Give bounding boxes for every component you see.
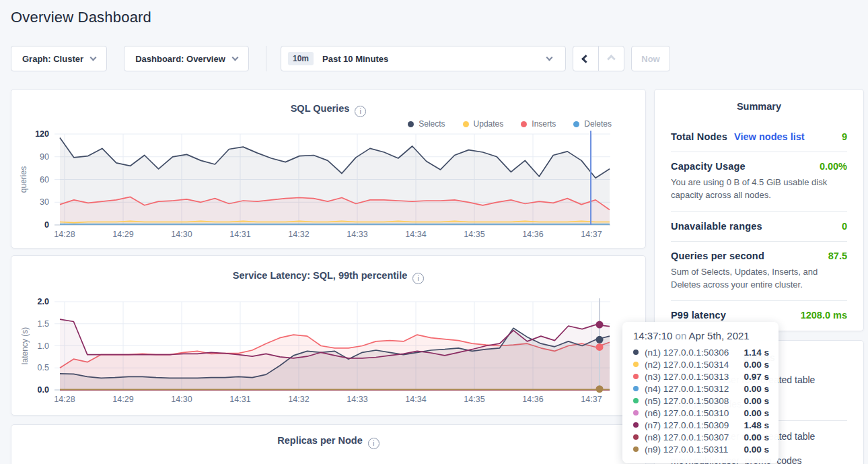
- svg-text:queries: queries: [19, 166, 28, 193]
- summary-row-value: 87.5: [828, 251, 847, 261]
- summary-panel: Summary Total NodesView nodes list9Capac…: [654, 89, 864, 331]
- summary-row-value: 9: [842, 131, 847, 142]
- svg-text:14:36: 14:36: [522, 395, 543, 404]
- summary-row-subtext: Sum of Selects, Updates, Inserts, and De…: [671, 266, 847, 292]
- svg-text:14:31: 14:31: [229, 230, 250, 239]
- now-button-label: Now: [641, 54, 659, 64]
- graph-selector-dropdown[interactable]: Graph: Cluster: [11, 46, 107, 71]
- tooltip-timestamp: 14:37:10 on Apr 5th, 2021: [633, 330, 769, 341]
- summary-row: Queries per second87.5Sum of Selects, Up…: [671, 242, 847, 302]
- dashboard-selector-dropdown[interactable]: Dashboard: Overview: [124, 46, 249, 71]
- tooltip-node-label: (n1) 127.0.0.1:50306: [645, 347, 729, 358]
- tooltip-row: (n4) 127.0.0.1:503120.00 s: [633, 383, 769, 395]
- svg-text:latency (s): latency (s): [20, 327, 30, 364]
- series-dot-icon: [633, 422, 639, 428]
- page-title: Overview Dashboard: [11, 9, 151, 26]
- series-dot-icon: [633, 374, 639, 379]
- time-now-button[interactable]: Now: [631, 46, 670, 71]
- view-nodes-link[interactable]: View nodes list: [734, 131, 805, 142]
- series-dot-icon: [633, 350, 639, 355]
- summary-row-label: Capacity Usage: [671, 161, 746, 172]
- replicas-per-node-panel: Replicas per Nodei: [11, 424, 646, 464]
- time-range-badge: 10m: [288, 52, 314, 65]
- time-next-button[interactable]: [598, 46, 624, 71]
- tooltip-node-value: 0.00 s: [744, 408, 769, 418]
- chart-title: Service Latency: SQL, 99th percentile: [233, 270, 408, 281]
- legend-dot-icon: [521, 121, 527, 127]
- series-dot-icon: [633, 386, 639, 391]
- info-icon[interactable]: i: [412, 273, 424, 284]
- legend-dot-icon: [408, 121, 414, 127]
- chart-title: Replicas per Node: [277, 435, 363, 446]
- tooltip-node-label: (n5) 127.0.0.1:50308: [645, 396, 729, 406]
- info-icon[interactable]: i: [355, 106, 366, 117]
- svg-text:14:33: 14:33: [347, 395, 367, 404]
- chevron-left-icon: [581, 55, 590, 63]
- tooltip-node-value: 1.48 s: [744, 420, 769, 430]
- svg-text:14:37: 14:37: [581, 395, 602, 404]
- tooltip-row: (n7) 127.0.0.1:503091.48 s: [633, 419, 769, 431]
- time-range-dropdown[interactable]: 10m Past 10 Minutes: [281, 46, 566, 71]
- summary-row-value: 0.00%: [820, 161, 847, 172]
- summary-row-value: 0: [842, 221, 847, 232]
- series-dot-icon: [633, 362, 639, 367]
- summary-row: Unavailable ranges0: [671, 212, 847, 242]
- svg-text:14:29: 14:29: [112, 230, 133, 239]
- chart-title: SQL Queries: [291, 103, 350, 114]
- tooltip-node-value: 0.00 s: [744, 360, 769, 370]
- chevron-right-icon: [607, 55, 616, 63]
- series-dot-icon: [633, 410, 639, 416]
- summary-row-label: Queries per second: [671, 251, 764, 261]
- series-dot-icon: [633, 446, 639, 452]
- tooltip-node-value: 0.00 s: [744, 384, 769, 394]
- svg-text:14:36: 14:36: [522, 230, 543, 239]
- tooltip-node-label: (n8) 127.0.0.1:50307: [645, 432, 729, 442]
- svg-text:14:34: 14:34: [405, 395, 426, 404]
- chart-hover-tooltip: 14:37:10 on Apr 5th, 2021 (n1) 127.0.0.1…: [622, 322, 779, 463]
- svg-text:0: 0: [44, 220, 49, 230]
- svg-text:14:32: 14:32: [288, 395, 309, 404]
- svg-text:14:30: 14:30: [171, 230, 192, 239]
- svg-text:14:32: 14:32: [288, 230, 309, 239]
- svg-text:14:30: 14:30: [171, 395, 192, 404]
- tooltip-node-label: (n3) 127.0.0.1:50313: [645, 372, 729, 382]
- sql-queries-chart[interactable]: 030609012014:2814:2914:3014:3114:3214:33…: [11, 127, 644, 242]
- svg-text:0.0: 0.0: [38, 385, 49, 395]
- legend-dot-icon: [573, 121, 579, 127]
- time-prev-button[interactable]: [573, 46, 599, 71]
- dashboard-selector-label: Dashboard: Overview: [135, 54, 225, 64]
- tooltip-node-label: (n2) 127.0.0.1:50314: [645, 360, 729, 370]
- summary-heading: Summary: [655, 90, 863, 112]
- chevron-down-icon: [231, 54, 238, 61]
- tooltip-node-value: 0.97 s: [744, 372, 769, 382]
- summary-row-label: P99 latency: [671, 310, 726, 321]
- tooltip-row: (n5) 127.0.0.1:503080.00 s: [633, 395, 769, 407]
- chevron-down-icon: [90, 54, 97, 61]
- chevron-down-icon: [546, 54, 553, 61]
- tooltip-node-value: 1.14 s: [744, 347, 769, 358]
- graph-selector-label: Graph: Cluster: [22, 54, 83, 64]
- tooltip-row: (n2) 127.0.0.1:503140.00 s: [633, 358, 769, 370]
- tooltip-row: (n1) 127.0.0.1:503061.14 s: [633, 346, 769, 358]
- summary-row-label: Total Nodes: [671, 131, 727, 142]
- svg-text:2.0: 2.0: [38, 297, 49, 306]
- svg-text:14:28: 14:28: [54, 230, 75, 239]
- tooltip-row: (n8) 127.0.0.1:503070.00 s: [633, 431, 769, 443]
- tooltip-node-label: (n4) 127.0.0.1:50312: [645, 384, 729, 394]
- divider: [266, 46, 266, 71]
- svg-text:60: 60: [40, 175, 49, 185]
- svg-text:14:29: 14:29: [112, 395, 133, 404]
- tooltip-row: (n6) 127.0.0.1:503100.00 s: [633, 407, 769, 419]
- summary-row: Capacity Usage0.00%You are using 0 B of …: [671, 152, 847, 212]
- svg-text:14:35: 14:35: [464, 395, 484, 404]
- tooltip-node-label: (n9) 127.0.0.1:50311: [645, 444, 728, 455]
- tooltip-node-label: (n7) 127.0.0.1:50309: [645, 420, 729, 430]
- svg-text:0.5: 0.5: [38, 363, 49, 372]
- summary-rows: Total NodesView nodes list9Capacity Usag…: [671, 123, 847, 330]
- service-latency-chart[interactable]: 0.00.51.01.52.014:2814:2914:3014:3114:32…: [11, 296, 644, 410]
- summary-row-label: Unavailable ranges: [671, 221, 762, 232]
- legend-dot-icon: [463, 121, 469, 127]
- svg-text:1.5: 1.5: [38, 319, 49, 329]
- info-icon[interactable]: i: [368, 438, 379, 449]
- tooltip-row: (n9) 127.0.0.1:503110.00 s: [633, 443, 769, 455]
